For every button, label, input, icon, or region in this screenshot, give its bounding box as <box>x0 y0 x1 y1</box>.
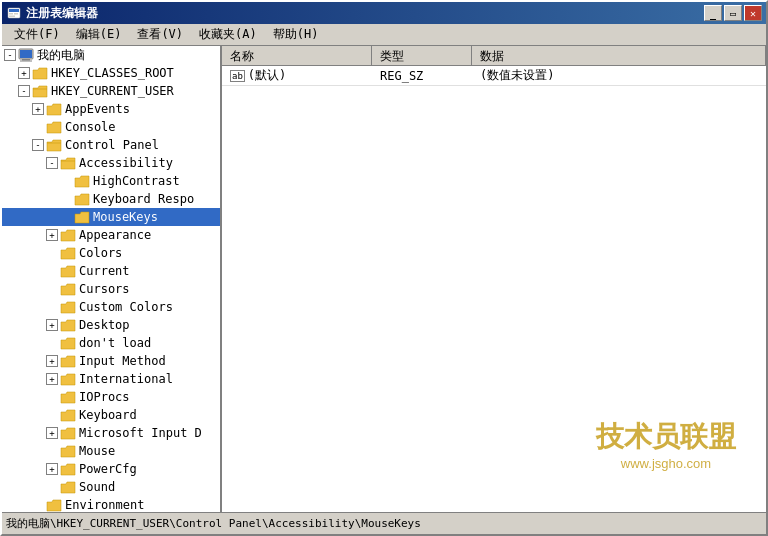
folder-icon-desktop <box>60 318 76 332</box>
tree-label-mouse: Mouse <box>79 444 115 458</box>
no-expand-dontload <box>46 337 58 349</box>
main-window: 注册表编辑器 _ ▭ ✕ 文件(F) 编辑(E) 查看(V) 收藏夹(A) 帮助… <box>0 0 768 536</box>
header-data: 数据 <box>472 46 766 65</box>
expand-desktop[interactable]: + <box>46 319 58 331</box>
tree-item-current[interactable]: Current <box>2 262 220 280</box>
tree-item-environment[interactable]: Environment <box>2 496 220 512</box>
menu-file[interactable]: 文件(F) <box>6 24 68 45</box>
folder-icon-cursors <box>60 282 76 296</box>
expand-appevents[interactable]: + <box>32 103 44 115</box>
tree-item-controlpanel[interactable]: - Control Panel <box>2 136 220 154</box>
svg-rect-4 <box>9 16 15 18</box>
tree-label-dontload: don't load <box>79 336 151 350</box>
menu-edit[interactable]: 编辑(E) <box>68 24 130 45</box>
tree-label-ioprocs: IOProcs <box>79 390 130 404</box>
expand-msinput[interactable]: + <box>46 427 58 439</box>
expand-appearance[interactable]: + <box>46 229 58 241</box>
watermark: 技术员联盟 www.jsgho.com <box>566 404 766 484</box>
tree-item-mycomputer[interactable]: - 我的电脑 <box>2 46 220 64</box>
tree-item-desktop[interactable]: + Desktop <box>2 316 220 334</box>
menu-help[interactable]: 帮助(H) <box>265 24 327 45</box>
folder-icon-sound <box>60 480 76 494</box>
tree-item-appearance[interactable]: + Appearance <box>2 226 220 244</box>
expand-controlpanel[interactable]: - <box>32 139 44 151</box>
tree-label-desktop: Desktop <box>79 318 130 332</box>
no-expand-sound <box>46 481 58 493</box>
tree-label-current: Current <box>79 264 130 278</box>
expand-hkcu[interactable]: - <box>18 85 30 97</box>
folder-icon-console <box>46 120 62 134</box>
right-pane: 名称 类型 数据 ab (默认) REG_SZ (数值未设置) 技术员联盟 ww… <box>222 46 766 512</box>
detail-row[interactable]: ab (默认) REG_SZ (数值未设置) <box>222 66 766 86</box>
svg-rect-3 <box>14 13 18 15</box>
close-button[interactable]: ✕ <box>744 5 762 21</box>
expand-hkcrroot[interactable]: + <box>18 67 30 79</box>
expand-mycomputer[interactable]: - <box>4 49 16 61</box>
tree-item-accessibility[interactable]: - Accessibility <box>2 154 220 172</box>
folder-icon-hkcu <box>32 84 48 98</box>
tree-item-msinput[interactable]: + Microsoft Input D <box>2 424 220 442</box>
svg-rect-7 <box>22 59 30 61</box>
tree-label-customcolors: Custom Colors <box>79 300 173 314</box>
tree-item-keyboard[interactable]: Keyboard <box>2 406 220 424</box>
tree-item-mouse[interactable]: Mouse <box>2 442 220 460</box>
tree-item-hkcu[interactable]: - HKEY_CURRENT_USER <box>2 82 220 100</box>
folder-icon-appevents <box>46 102 62 116</box>
tree-item-ioprocs[interactable]: IOProcs <box>2 388 220 406</box>
folder-icon-current <box>60 264 76 278</box>
minimize-button[interactable]: _ <box>704 5 722 21</box>
folder-icon-environment <box>46 498 62 512</box>
expand-inputmethod[interactable]: + <box>46 355 58 367</box>
folder-icon-highcontrast <box>74 174 90 188</box>
tree-item-international[interactable]: + International <box>2 370 220 388</box>
no-expand-customcolors <box>46 301 58 313</box>
tree-item-console[interactable]: Console <box>2 118 220 136</box>
tree-item-sound[interactable]: Sound <box>2 478 220 496</box>
folder-icon-colors <box>60 246 76 260</box>
tree-item-colors[interactable]: Colors <box>2 244 220 262</box>
menubar: 文件(F) 编辑(E) 查看(V) 收藏夹(A) 帮助(H) <box>2 24 766 46</box>
tree-item-appevents[interactable]: + AppEvents <box>2 100 220 118</box>
tree-label-accessibility: Accessibility <box>79 156 173 170</box>
folder-icon-keyboard <box>60 408 76 422</box>
tree-pane[interactable]: - 我的电脑 + <box>2 46 222 512</box>
no-expand-console <box>32 121 44 133</box>
tree-item-highcontrast[interactable]: HighContrast <box>2 172 220 190</box>
tree-label-appevents: AppEvents <box>65 102 130 116</box>
statusbar-text: 我的电脑\HKEY_CURRENT_USER\Control Panel\Acc… <box>6 516 421 531</box>
tree-label-cursors: Cursors <box>79 282 130 296</box>
tree-item-powercfg[interactable]: + PowerCfg <box>2 460 220 478</box>
tree-label-hkcr: HKEY_CLASSES_ROOT <box>51 66 174 80</box>
statusbar: 我的电脑\HKEY_CURRENT_USER\Control Panel\Acc… <box>2 512 766 534</box>
watermark-text2: www.jsgho.com <box>621 456 711 471</box>
tree-item-dontload[interactable]: don't load <box>2 334 220 352</box>
detail-cell-data: (数值未设置) <box>472 65 766 86</box>
no-expand-ioprocs <box>46 391 58 403</box>
menu-favorites[interactable]: 收藏夹(A) <box>191 24 265 45</box>
tree-item-cursors[interactable]: Cursors <box>2 280 220 298</box>
no-expand-mousekeys <box>60 211 72 223</box>
no-expand-current <box>46 265 58 277</box>
tree-item-inputmethod[interactable]: + Input Method <box>2 352 220 370</box>
menu-view[interactable]: 查看(V) <box>129 24 191 45</box>
expand-powercfg[interactable]: + <box>46 463 58 475</box>
tree-item-keyboardresponse[interactable]: Keyboard Respo <box>2 190 220 208</box>
no-expand-colors <box>46 247 58 259</box>
tree-label-appearance: Appearance <box>79 228 151 242</box>
tree-label-mousekeys: MouseKeys <box>93 210 158 224</box>
svg-rect-6 <box>20 50 32 58</box>
tree-item-customcolors[interactable]: Custom Colors <box>2 298 220 316</box>
folder-icon-hkcr <box>32 66 48 80</box>
restore-button[interactable]: ▭ <box>724 5 742 21</box>
window-controls: _ ▭ ✕ <box>704 5 762 21</box>
folder-icon-appearance <box>60 228 76 242</box>
tree-item-mousekeys[interactable]: MouseKeys <box>2 208 220 226</box>
expand-international[interactable]: + <box>46 373 58 385</box>
folder-icon-mousekeys <box>74 210 90 224</box>
expand-accessibility[interactable]: - <box>46 157 58 169</box>
titlebar: 注册表编辑器 _ ▭ ✕ <box>2 2 766 24</box>
folder-icon-accessibility <box>60 156 76 170</box>
watermark-text1: 技术员联盟 <box>596 418 736 456</box>
tree-item-hkcu-classes[interactable]: + HKEY_CLASSES_ROOT <box>2 64 220 82</box>
svg-rect-1 <box>9 9 19 12</box>
